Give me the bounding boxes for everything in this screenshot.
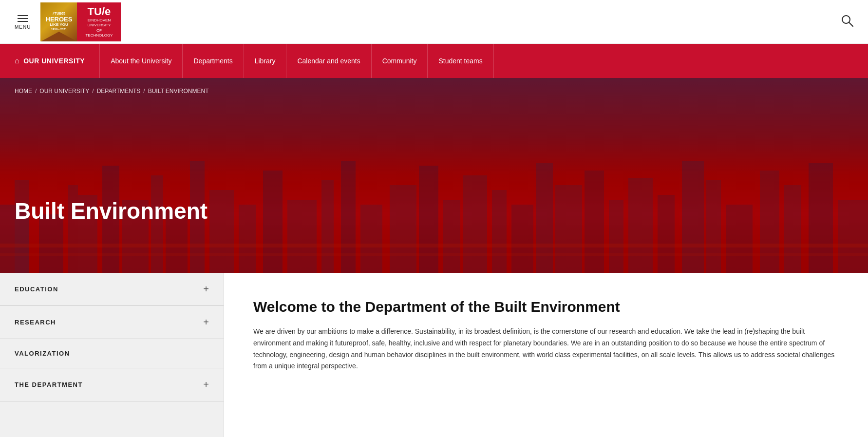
breadcrumb-sub[interactable]: DEPARTMENTS <box>97 88 141 95</box>
sidebar: EDUCATION + RESEARCH + VALORIZATION THE … <box>0 273 224 437</box>
sidebar-item-research-label: RESEARCH <box>15 319 56 326</box>
tue-name: TU/e <box>88 5 111 18</box>
sidebar-item-education-label: EDUCATION <box>15 285 58 293</box>
heroes-line3: LIKE YOU <box>50 22 68 27</box>
sidebar-item-the-department-plus: + <box>203 379 209 390</box>
heroes-badge: #TUE65 HEROES LIKE YOU 1956 • 2021 <box>40 2 77 41</box>
sidebar-item-education-plus: + <box>203 284 209 295</box>
svg-rect-27 <box>585 171 604 273</box>
breadcrumb: HOME / OUR UNIVERSITY / DEPARTMENTS / BU… <box>15 88 209 95</box>
svg-rect-29 <box>628 178 653 273</box>
heroes-line4: 1956 • 2021 <box>51 28 67 31</box>
svg-rect-30 <box>658 195 675 273</box>
sidebar-item-valorization[interactable]: VALORIZATION <box>0 339 224 368</box>
nav-item-calendar[interactable]: Calendar and events <box>286 44 371 78</box>
sidebar-item-research-plus: + <box>203 317 209 328</box>
nav-home-label: OUR UNIVERSITY <box>23 57 85 65</box>
svg-rect-16 <box>321 180 334 273</box>
nav-item-community[interactable]: Community <box>372 44 428 78</box>
hero-title: Built Environment <box>15 198 208 224</box>
sidebar-item-the-department[interactable]: THE DEPARTMENT + <box>0 368 224 401</box>
svg-rect-37 <box>838 200 868 273</box>
nav-items: About the University Departments Library… <box>99 44 494 78</box>
svg-rect-39 <box>0 253 868 256</box>
svg-rect-20 <box>419 166 438 273</box>
svg-rect-26 <box>555 185 582 273</box>
main-content: Welcome to the Department of the Built E… <box>224 273 868 437</box>
sidebar-item-education[interactable]: EDUCATION + <box>0 273 224 306</box>
menu-label: MENU <box>15 24 31 30</box>
search-icon[interactable] <box>836 9 858 35</box>
logo-area: #TUE65 HEROES LIKE YOU 1956 • 2021 TU/e … <box>40 2 121 41</box>
tue-subtitle: EINDHOVEN UNIVERSITY OF TECHNOLOGY <box>85 18 113 38</box>
svg-rect-32 <box>706 180 721 273</box>
nav-item-library[interactable]: Library <box>244 44 287 78</box>
breadcrumb-current: BUILT ENVIRONMENT <box>148 88 209 95</box>
menu-button[interactable]: MENU <box>10 9 36 35</box>
svg-rect-3 <box>15 180 29 273</box>
svg-rect-23 <box>492 190 507 273</box>
menu-bar-2 <box>18 18 28 19</box>
heroes-line2: HEROES <box>46 16 73 22</box>
svg-rect-38 <box>0 244 868 247</box>
sidebar-item-valorization-label: VALORIZATION <box>15 350 70 357</box>
svg-rect-12 <box>209 190 234 273</box>
svg-rect-14 <box>263 171 283 273</box>
content-area: EDUCATION + RESEARCH + VALORIZATION THE … <box>0 273 868 437</box>
tue-logo[interactable]: TU/e EINDHOVEN UNIVERSITY OF TECHNOLOGY <box>77 2 121 41</box>
svg-rect-35 <box>784 185 801 273</box>
svg-rect-19 <box>390 185 416 273</box>
svg-rect-36 <box>809 163 833 273</box>
nav-home[interactable]: ⌂ OUR UNIVERSITY <box>15 57 85 65</box>
nav-item-departments[interactable]: Departments <box>183 44 244 78</box>
svg-line-1 <box>849 22 853 26</box>
breadcrumb-home[interactable]: HOME <box>15 88 32 95</box>
menu-bar-1 <box>18 15 28 16</box>
nav-item-about[interactable]: About the University <box>99 44 183 78</box>
sidebar-item-research[interactable]: RESEARCH + <box>0 306 224 339</box>
home-icon: ⌂ <box>15 57 19 65</box>
svg-rect-31 <box>682 161 704 273</box>
svg-rect-22 <box>463 175 487 273</box>
hero-section: HOME / OUR UNIVERSITY / DEPARTMENTS / BU… <box>0 78 868 273</box>
sidebar-item-the-department-label: THE DEPARTMENT <box>15 381 83 388</box>
svg-rect-24 <box>511 205 533 273</box>
nav-item-student-teams[interactable]: Student teams <box>428 44 493 78</box>
svg-rect-13 <box>239 205 256 273</box>
page-header: MENU #TUE65 HEROES LIKE YOU 1956 • 2021 … <box>0 0 868 44</box>
main-heading: Welcome to the Department of the Built E… <box>253 297 839 316</box>
breadcrumb-section[interactable]: OUR UNIVERSITY <box>39 88 89 95</box>
svg-rect-33 <box>726 205 753 273</box>
svg-rect-21 <box>443 200 460 273</box>
svg-rect-18 <box>360 205 382 273</box>
svg-rect-34 <box>760 171 779 273</box>
main-nav: ⌂ OUR UNIVERSITY About the University De… <box>0 44 868 78</box>
svg-rect-28 <box>609 200 623 273</box>
svg-rect-15 <box>287 200 317 273</box>
main-body: We are driven by our ambitions to make a… <box>253 326 839 372</box>
svg-rect-25 <box>536 163 553 273</box>
svg-rect-9 <box>151 175 163 273</box>
menu-bar-3 <box>18 21 28 22</box>
svg-rect-17 <box>341 161 356 273</box>
